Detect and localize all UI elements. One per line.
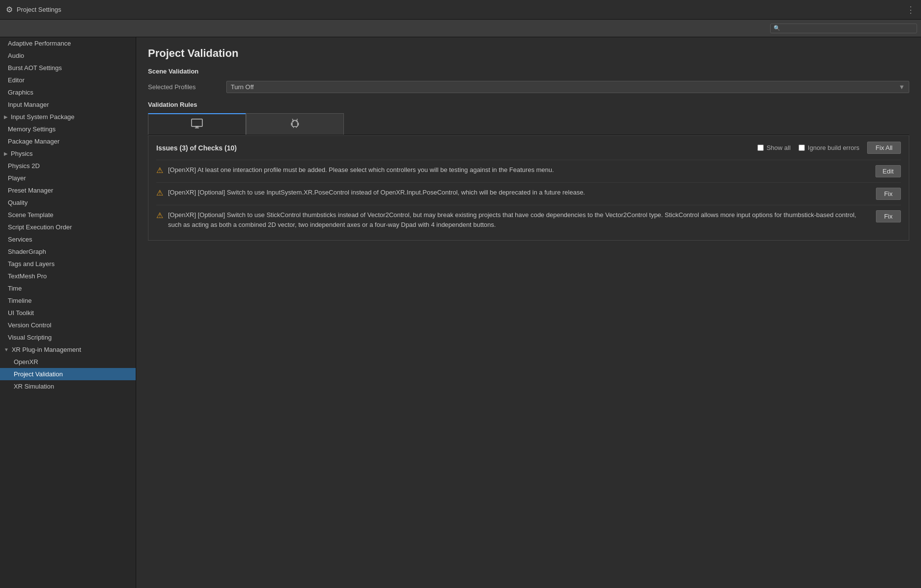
search-input[interactable]: [782, 25, 914, 32]
sidebar-item-label: Tags and Layers: [8, 260, 54, 268]
svg-point-4: [293, 121, 294, 122]
sidebar-item-quality[interactable]: Quality: [0, 196, 136, 209]
issues-panel: Issues (3) of Checks (10) Show all Ignor…: [148, 135, 909, 241]
fix-button[interactable]: Fix: [876, 210, 901, 222]
sidebar-item-label: Input System Package: [11, 113, 74, 121]
sidebar-item-label: UI Toolkit: [8, 309, 34, 317]
sidebar-item-visual-scripting[interactable]: Visual Scripting: [0, 331, 136, 343]
warning-icon: ⚠: [156, 188, 163, 197]
tab-desktop[interactable]: [148, 113, 246, 135]
warning-icon: ⚠: [156, 166, 163, 175]
show-all-group: Show all: [757, 144, 791, 151]
selected-profiles-row: Selected Profiles Turn Off ▼: [148, 81, 909, 93]
fix-all-button[interactable]: Fix All: [867, 142, 901, 154]
sidebar-item-label: Burst AOT Settings: [8, 64, 62, 72]
sidebar-item-label: Time: [8, 285, 22, 292]
sidebar-item-label: Scene Template: [8, 211, 53, 219]
sidebar-item-label: Adaptive Performance: [8, 40, 71, 47]
scene-validation-label: Scene Validation: [148, 68, 909, 75]
validation-rules-label: Validation Rules: [148, 101, 909, 108]
ignore-build-errors-checkbox[interactable]: [799, 145, 805, 151]
sidebar-item-label: Visual Scripting: [8, 334, 51, 341]
sidebar-item-label: Preset Manager: [8, 187, 53, 194]
sidebar-item-label: XR Simulation: [14, 383, 54, 390]
sidebar-item-openxr[interactable]: OpenXR: [0, 356, 136, 368]
sidebar-item-graphics[interactable]: Graphics: [0, 86, 136, 98]
show-all-checkbox[interactable]: [757, 145, 764, 151]
issues-title: Issues (3) of Checks (10): [156, 144, 750, 152]
arrow-right-icon: ▶: [4, 114, 8, 120]
sidebar-item-xr-simulation[interactable]: XR Simulation: [0, 380, 136, 392]
sidebar-item-memory-settings[interactable]: Memory Settings: [0, 123, 136, 135]
sidebar-item-ui-toolkit[interactable]: UI Toolkit: [0, 307, 136, 319]
sidebar-item-player[interactable]: Player: [0, 172, 136, 184]
issue-row: ⚠ [OpenXR] At least one interaction prof…: [156, 160, 901, 182]
window-title: Project Settings: [17, 6, 61, 13]
dropdown-value: Turn Off: [231, 83, 254, 91]
sidebar-item-label: Script Execution Order: [8, 223, 72, 231]
sidebar-item-label: Memory Settings: [8, 125, 56, 133]
ignore-build-errors-group: Ignore build errors: [799, 144, 860, 151]
profiles-dropdown[interactable]: Turn Off ▼: [226, 81, 909, 93]
sidebar-item-services[interactable]: Services: [0, 233, 136, 245]
sidebar-item-project-validation[interactable]: Project Validation: [0, 368, 136, 380]
search-icon: 🔍: [774, 25, 780, 31]
selected-profiles-label: Selected Profiles: [148, 83, 226, 91]
main-layout: Adaptive Performance Audio Burst AOT Set…: [0, 37, 921, 588]
sidebar-item-label: Physics: [11, 150, 33, 157]
sidebar-item-label: Editor: [8, 76, 24, 84]
sidebar-item-version-control[interactable]: Version Control: [0, 319, 136, 331]
sidebar-item-label: Services: [8, 236, 32, 243]
sidebar-item-label: Version Control: [8, 321, 51, 329]
sidebar-item-label: Timeline: [8, 297, 32, 304]
platform-tabs: [148, 113, 909, 135]
issues-header: Issues (3) of Checks (10) Show all Ignor…: [156, 142, 901, 154]
search-wrapper: 🔍: [770, 24, 917, 33]
sidebar-item-editor[interactable]: Editor: [0, 74, 136, 86]
title-bar: ⚙ Project Settings ⋮: [0, 0, 921, 20]
search-bar: 🔍: [0, 20, 921, 37]
issue-text: [OpenXR] At least one interaction profil…: [168, 165, 871, 175]
sidebar-item-input-manager[interactable]: Input Manager: [0, 98, 136, 111]
gear-icon: ⚙: [6, 5, 13, 14]
sidebar-item-time[interactable]: Time: [0, 282, 136, 294]
sidebar-item-script-execution-order[interactable]: Script Execution Order: [0, 221, 136, 233]
issue-row: ⚠ [OpenXR] [Optional] Switch to use Inpu…: [156, 182, 901, 205]
sidebar-item-label: Player: [8, 174, 26, 182]
monitor-icon: [191, 119, 203, 131]
fix-button[interactable]: Fix: [876, 188, 901, 200]
arrow-right-icon: ▶: [4, 151, 8, 156]
sidebar-item-tags-and-layers[interactable]: Tags and Layers: [0, 258, 136, 270]
sidebar-item-label: Audio: [8, 52, 24, 59]
sidebar-item-adaptive-performance[interactable]: Adaptive Performance: [0, 37, 136, 49]
svg-line-6: [292, 119, 293, 120]
sidebar-item-label: XR Plug-in Management: [12, 346, 81, 353]
sidebar-item-label: OpenXR: [14, 358, 38, 366]
sidebar-item-label: Physics 2D: [8, 162, 40, 170]
android-icon: [290, 118, 300, 131]
sidebar-item-timeline[interactable]: Timeline: [0, 294, 136, 307]
edit-button[interactable]: Edit: [875, 165, 901, 177]
sidebar-item-audio[interactable]: Audio: [0, 49, 136, 62]
warning-icon: ⚠: [156, 211, 163, 220]
menu-dots-icon[interactable]: ⋮: [906, 4, 915, 15]
content-area: Project Validation Scene Validation Sele…: [136, 37, 921, 588]
sidebar-item-textmesh-pro[interactable]: TextMesh Pro: [0, 270, 136, 282]
tab-android[interactable]: [246, 113, 344, 135]
sidebar-item-label: Package Manager: [8, 138, 60, 145]
issue-row: ⚠ [OpenXR] [Optional] Switch to use Stic…: [156, 205, 901, 234]
sidebar-item-label: Graphics: [8, 89, 33, 96]
sidebar-item-preset-manager[interactable]: Preset Manager: [0, 184, 136, 196]
sidebar-item-scene-template[interactable]: Scene Template: [0, 209, 136, 221]
chevron-down-icon: ▼: [898, 83, 905, 91]
sidebar-item-physics[interactable]: ▶ Physics: [0, 147, 136, 160]
svg-point-5: [296, 121, 297, 122]
page-title: Project Validation: [148, 47, 909, 60]
sidebar-item-physics-2d[interactable]: Physics 2D: [0, 160, 136, 172]
sidebar-item-label: TextMesh Pro: [8, 272, 47, 280]
sidebar-item-shadergraph[interactable]: ShaderGraph: [0, 245, 136, 258]
sidebar-item-xr-plugin-management[interactable]: ▼ XR Plug-in Management: [0, 343, 136, 356]
sidebar-item-burst-aot[interactable]: Burst AOT Settings: [0, 62, 136, 74]
sidebar-item-input-system-package[interactable]: ▶ Input System Package: [0, 111, 136, 123]
sidebar-item-package-manager[interactable]: Package Manager: [0, 135, 136, 147]
